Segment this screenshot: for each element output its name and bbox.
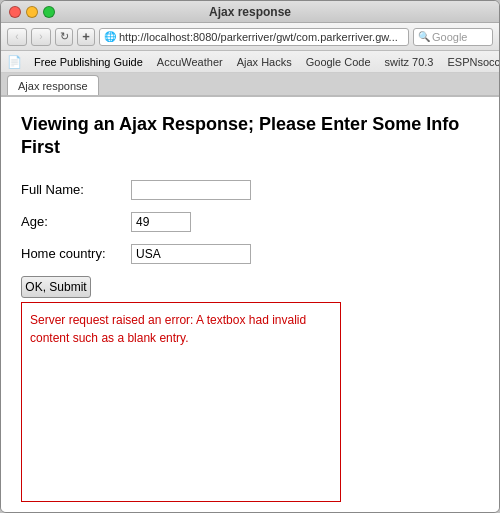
error-message: Server request raised an error: A textbo…: [30, 313, 306, 345]
bookmark-accuweather[interactable]: AccuWeather: [151, 54, 229, 70]
age-input[interactable]: [131, 212, 191, 232]
maximize-button[interactable]: [43, 6, 55, 18]
form: Full Name: Age: Home country: OK, Submit…: [21, 180, 479, 502]
forward-button[interactable]: ›: [31, 28, 51, 46]
add-tab-button[interactable]: +: [77, 28, 95, 46]
close-button[interactable]: [9, 6, 21, 18]
search-bar[interactable]: 🔍 Google: [413, 28, 493, 46]
bookmark-publishing-guide[interactable]: Free Publishing Guide: [28, 54, 149, 70]
bookmarks-icon: 📄: [7, 55, 22, 69]
full-name-label: Full Name:: [21, 182, 131, 197]
page-content: Viewing an Ajax Response; Please Enter S…: [1, 95, 499, 512]
window-controls: [9, 6, 55, 18]
home-country-label: Home country:: [21, 246, 131, 261]
bookmarks-bar: 📄 Free Publishing Guide AccuWeather Ajax…: [1, 51, 499, 73]
browser-window: Ajax response ‹ › ↻ + 🌐 http://localhost…: [0, 0, 500, 513]
full-name-row: Full Name:: [21, 180, 479, 200]
bookmark-google-code[interactable]: Google Code: [300, 54, 377, 70]
page-title: Viewing an Ajax Response; Please Enter S…: [21, 113, 479, 160]
browser-toolbar: ‹ › ↻ + 🌐 http://localhost:8080/parkerri…: [1, 23, 499, 51]
page-icon: 🌐: [104, 31, 116, 42]
tab-bar: Ajax response: [1, 73, 499, 95]
search-icon: 🔍: [418, 31, 430, 42]
age-row: Age:: [21, 212, 479, 232]
submit-button[interactable]: OK, Submit: [21, 276, 91, 298]
tab-ajax-response[interactable]: Ajax response: [7, 75, 99, 95]
address-bar[interactable]: 🌐 http://localhost:8080/parkerriver/gwt/…: [99, 28, 409, 46]
home-country-input[interactable]: [131, 244, 251, 264]
bookmark-ajax-hacks[interactable]: Ajax Hacks: [231, 54, 298, 70]
title-bar: Ajax response: [1, 1, 499, 23]
error-box: Server request raised an error: A textbo…: [21, 302, 341, 502]
age-label: Age:: [21, 214, 131, 229]
full-name-input[interactable]: [131, 180, 251, 200]
search-placeholder: Google: [432, 31, 467, 43]
refresh-button[interactable]: ↻: [55, 28, 73, 46]
back-button[interactable]: ‹: [7, 28, 27, 46]
window-title: Ajax response: [209, 5, 291, 19]
minimize-button[interactable]: [26, 6, 38, 18]
bookmark-switz[interactable]: switz 70.3: [379, 54, 440, 70]
submit-section: OK, Submit Server request raised an erro…: [21, 276, 479, 502]
bookmark-espnsoccernet[interactable]: ESPNsoccernet: [441, 54, 500, 70]
home-country-row: Home country:: [21, 244, 479, 264]
